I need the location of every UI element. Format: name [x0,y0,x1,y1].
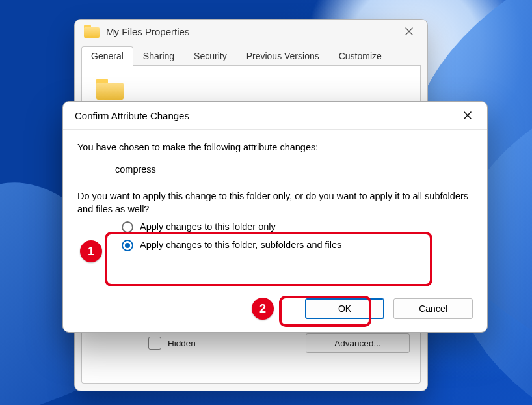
tab-customize[interactable]: Customize [329,46,392,66]
dialog-question-text: Do you want to apply this change to this… [77,190,473,216]
tab-security[interactable]: Security [184,46,237,66]
properties-title: My Files Properties [106,26,395,37]
dialog-body: You have chosen to make the following at… [63,130,487,251]
annotation-badge-2: 2 [252,298,274,320]
folder-icon [84,25,100,38]
radio-icon [122,221,133,233]
cancel-button[interactable]: Cancel [393,298,473,319]
attribute-change-item: compress [77,154,473,191]
tab-general[interactable]: General [81,46,133,66]
advanced-button[interactable]: Advanced... [306,333,410,353]
properties-tabstrip: General Sharing Security Previous Versio… [81,46,421,66]
apply-scope-radio-group: Apply changes to this folder only Apply … [122,221,473,251]
radio-option-folder-only[interactable]: Apply changes to this folder only [122,221,473,234]
close-icon[interactable] [453,105,482,125]
tab-previous-versions[interactable]: Previous Versions [237,46,329,66]
radio-label: Apply changes to this folder, subfolders… [140,239,341,252]
confirm-attribute-changes-dialog: Confirm Attribute Changes You have chose… [62,101,488,333]
hidden-label: Hidden [168,339,196,348]
dialog-intro-text: You have chosen to make the following at… [77,141,473,154]
hidden-checkbox[interactable] [148,337,161,350]
dialog-button-row: OK Cancel [305,298,473,319]
radio-label: Apply changes to this folder only [140,221,276,234]
properties-titlebar: My Files Properties [75,20,427,43]
ok-button[interactable]: OK [305,298,384,319]
close-icon[interactable] [395,22,423,40]
tab-sharing[interactable]: Sharing [133,46,184,66]
dialog-title: Confirm Attribute Changes [75,110,453,121]
radio-option-folder-subfolders-files[interactable]: Apply changes to this folder, subfolders… [122,239,473,252]
dialog-titlebar: Confirm Attribute Changes [63,102,487,130]
folder-large-icon [96,79,124,100]
radio-icon [122,240,133,251]
